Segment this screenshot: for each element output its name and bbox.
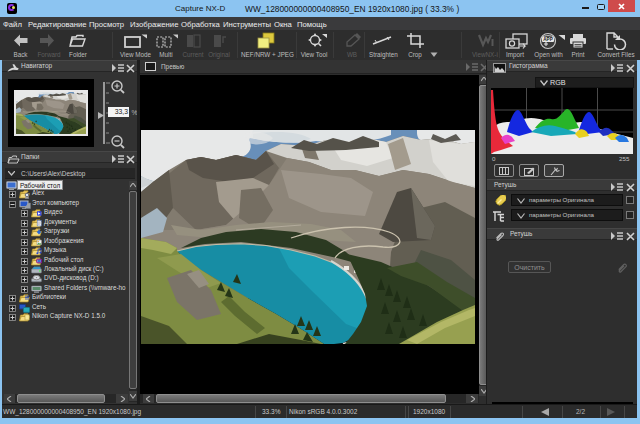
svg-text:APP: APP [543,37,552,42]
